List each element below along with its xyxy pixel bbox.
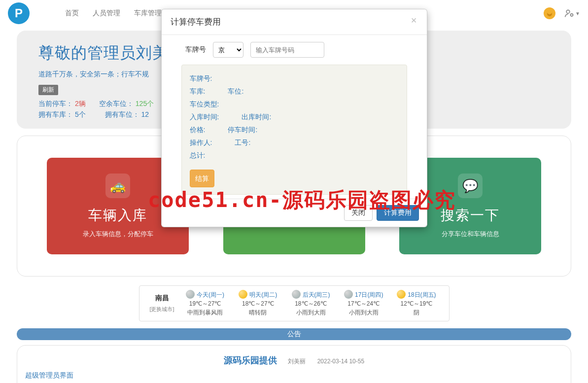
well-slot-type: 车位类型: [190, 98, 399, 110]
well-plate: 车牌号: [190, 72, 399, 85]
settle-button[interactable]: 结算 [190, 170, 214, 187]
result-well: 车牌号: 车库: 车位: 车位类型: 入库时间: 出库时间: 价格: 停车时间:… [181, 65, 407, 195]
well-staff-no: 工号: [235, 136, 250, 149]
calc-fee-button[interactable]: 计算费用 [377, 205, 419, 221]
well-duration: 停车时间: [228, 123, 257, 136]
well-slot: 车位: [228, 85, 243, 98]
plate-row: 车牌号 京 [181, 42, 407, 58]
well-in-time: 入库时间: [190, 110, 219, 123]
well-price: 价格: [190, 123, 206, 136]
fee-modal: 计算停车费用 × 车牌号 京 车牌号: 车库: 车位: 车位类型: 入库时间: … [161, 9, 427, 227]
well-garage: 车库: [190, 85, 206, 98]
plate-label: 车牌号 [181, 45, 206, 54]
modal-body: 车牌号 京 车牌号: 车库: 车位: 车位类型: 入库时间: 出库时间: 价格:… [162, 35, 427, 199]
modal-header: 计算停车费用 × [162, 9, 427, 35]
well-total: 总计: [190, 149, 399, 162]
plate-prefix-select[interactable]: 京 [213, 42, 243, 58]
modal-footer: 关闭 计算费用 [162, 199, 427, 227]
modal-title: 计算停车费用 [171, 16, 418, 28]
close-button[interactable]: 关闭 [344, 205, 373, 221]
well-out-time: 出库时间: [242, 110, 271, 123]
well-operator: 操作人: [190, 136, 212, 149]
plate-input[interactable] [250, 42, 324, 58]
close-icon[interactable]: × [408, 14, 420, 27]
